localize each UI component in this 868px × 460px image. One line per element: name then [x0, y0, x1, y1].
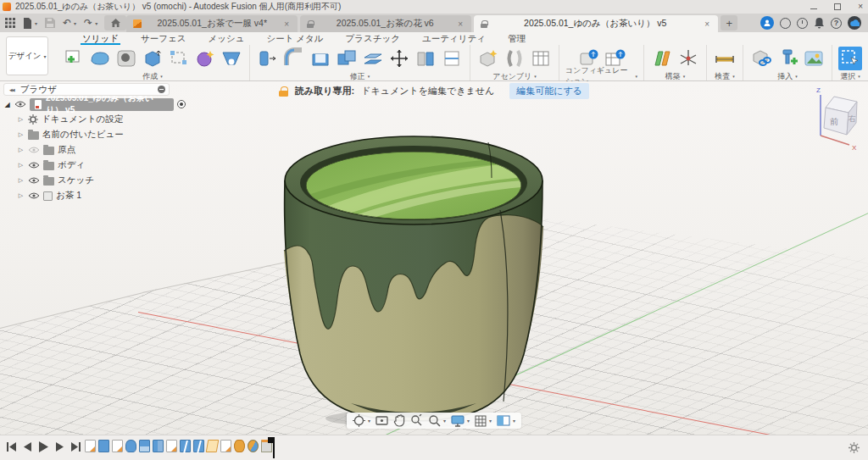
home-view-button[interactable]: [104, 15, 126, 30]
timeline-settings-gear-icon[interactable]: [849, 442, 860, 453]
job-status-icon[interactable]: [760, 16, 774, 30]
step-back-icon[interactable]: [24, 442, 31, 452]
visibility-eye-off-icon[interactable]: [28, 147, 40, 153]
close-tab-icon[interactable]: ×: [456, 19, 465, 29]
browser-item-bodies[interactable]: ▷ ボディ: [17, 158, 186, 172]
timeline-feature-extrude[interactable]: [98, 440, 109, 452]
viewport[interactable]: 読み取り専用: ドキュメントを編集できません 編集可能にする ◀◀ ブラウザ ◢…: [0, 81, 868, 435]
look-at-icon[interactable]: [376, 415, 388, 426]
document-tab[interactable]: 2025.05.01_お茶の花 v6 ×: [300, 15, 471, 32]
timeline-feature-shell[interactable]: [139, 440, 150, 452]
insert-image-icon[interactable]: [802, 47, 826, 70]
tab-solid[interactable]: ソリッド: [81, 32, 120, 45]
document-tab[interactable]: 2025.05.01_お茶で一服 v4* ×: [126, 15, 298, 32]
fillet-icon[interactable]: [282, 47, 306, 70]
tree-collapsed-icon[interactable]: ▷: [17, 162, 25, 169]
visibility-eye-icon[interactable]: [28, 162, 40, 169]
undo-icon[interactable]: ↶: [63, 17, 71, 29]
tree-collapsed-icon[interactable]: ▷: [17, 147, 25, 153]
new-tab-button[interactable]: +: [721, 15, 737, 30]
group-inspect-label[interactable]: 検査: [715, 71, 730, 82]
browser-item-origin[interactable]: ▷ 原点: [17, 143, 186, 157]
go-to-start-icon[interactable]: [7, 442, 16, 452]
split-body-icon[interactable]: [414, 47, 437, 70]
group-modify-label[interactable]: 修正: [350, 71, 365, 82]
help-icon[interactable]: ?: [831, 18, 842, 29]
timeline-feature-sketch[interactable]: [112, 440, 123, 452]
viewports-icon[interactable]: [497, 415, 510, 426]
file-menu-caret[interactable]: ▾: [35, 20, 37, 26]
component-table-icon[interactable]: [529, 47, 553, 70]
close-window-button[interactable]: ×: [858, 3, 863, 11]
tab-utilities[interactable]: ユーティリティ: [420, 32, 487, 45]
group-construct-label[interactable]: 構築: [665, 71, 681, 82]
maximize-button[interactable]: [834, 3, 841, 10]
timeline-position-marker[interactable]: [268, 437, 275, 458]
group-assemble-label[interactable]: アセンブリ: [492, 71, 531, 82]
group-insert-label[interactable]: 挿入: [777, 71, 793, 82]
tab-manage[interactable]: 管理: [506, 32, 527, 45]
visibility-eye-icon[interactable]: [28, 192, 40, 199]
fit-icon[interactable]: [428, 414, 441, 427]
pan-hand-icon[interactable]: [393, 414, 405, 427]
redo-caret[interactable]: ▾: [95, 20, 97, 26]
orbit-icon[interactable]: [353, 414, 365, 427]
group-select-label[interactable]: 選択: [840, 71, 855, 82]
timeline-feature-split-body[interactable]: [180, 440, 191, 452]
extensions-icon[interactable]: [780, 18, 791, 29]
move-icon[interactable]: [387, 47, 411, 70]
app-launcher-icon[interactable]: [5, 18, 15, 28]
tree-collapsed-icon[interactable]: ▷: [17, 192, 25, 199]
file-menu-icon[interactable]: [23, 18, 32, 29]
create-sketch-icon[interactable]: [62, 47, 86, 70]
web-icon[interactable]: [220, 47, 243, 70]
step-forward-icon[interactable]: [56, 442, 64, 452]
tree-collapsed-icon[interactable]: ▷: [17, 131, 25, 138]
tab-mesh[interactable]: メッシュ: [206, 32, 246, 45]
press-pull-icon[interactable]: [256, 47, 280, 70]
document-tab-active[interactable]: 2025.05.01_ゆのみ（お茶いり） v5 ×: [474, 15, 718, 32]
browser-root-row[interactable]: ◢ 2025.05.01_ゆのみ（お茶いり） v5: [3, 97, 186, 111]
timeline-feature-sphere[interactable]: [248, 440, 259, 452]
combine-icon[interactable]: [335, 47, 359, 70]
group-create-label[interactable]: 作成: [142, 71, 158, 82]
visibility-eye-icon[interactable]: [28, 177, 40, 184]
new-component-icon[interactable]: [476, 47, 500, 70]
activate-component-radio[interactable]: [177, 100, 186, 108]
tab-surface[interactable]: サーフェス: [139, 32, 187, 45]
browser-item-named-views[interactable]: ▷ 名前の付いたビュー: [17, 128, 186, 141]
axis-xyz-icon[interactable]: [676, 47, 700, 70]
make-editable-button[interactable]: 編集可能にする: [509, 83, 589, 99]
play-icon[interactable]: [39, 441, 48, 452]
offset-face-icon[interactable]: [361, 47, 385, 70]
insert-fastener-icon[interactable]: [776, 47, 799, 70]
pattern-icon[interactable]: [193, 47, 217, 70]
visibility-eye-icon[interactable]: [14, 101, 26, 108]
timeline-feature-offset-plane[interactable]: [206, 440, 220, 452]
browser-item-sketches[interactable]: ▷ スケッチ: [17, 174, 186, 187]
create-form-icon[interactable]: [88, 47, 112, 70]
tree-collapsed-icon[interactable]: ▷: [17, 177, 25, 184]
measure-icon[interactable]: [713, 47, 737, 70]
timeline-feature-sketch[interactable]: [166, 440, 177, 452]
construction-plane-icon[interactable]: [650, 47, 674, 70]
align-icon[interactable]: [440, 47, 464, 70]
notifications-bell-icon[interactable]: [814, 17, 825, 29]
zoom-icon[interactable]: [410, 414, 423, 427]
close-tab-icon[interactable]: ×: [282, 19, 291, 29]
history-icon[interactable]: [797, 18, 808, 29]
minimize-button[interactable]: [810, 8, 817, 9]
timeline-feature-sketch[interactable]: [220, 440, 231, 452]
hole-icon[interactable]: [114, 47, 138, 70]
go-to-end-icon[interactable]: [71, 442, 81, 452]
undo-caret[interactable]: ▾: [74, 20, 76, 26]
joint-icon[interactable]: [503, 47, 526, 70]
grid-settings-icon[interactable]: [475, 415, 487, 427]
insert-derive-icon[interactable]: [749, 47, 773, 70]
workspace-selector[interactable]: デザイン ▾: [6, 36, 48, 75]
tree-expanded-icon[interactable]: ◢: [3, 101, 11, 108]
timeline-feature-combine[interactable]: [153, 440, 164, 452]
close-tab-icon[interactable]: ×: [703, 19, 711, 29]
timeline-feature-sketch[interactable]: [85, 440, 96, 452]
extrude-icon[interactable]: [141, 47, 164, 70]
